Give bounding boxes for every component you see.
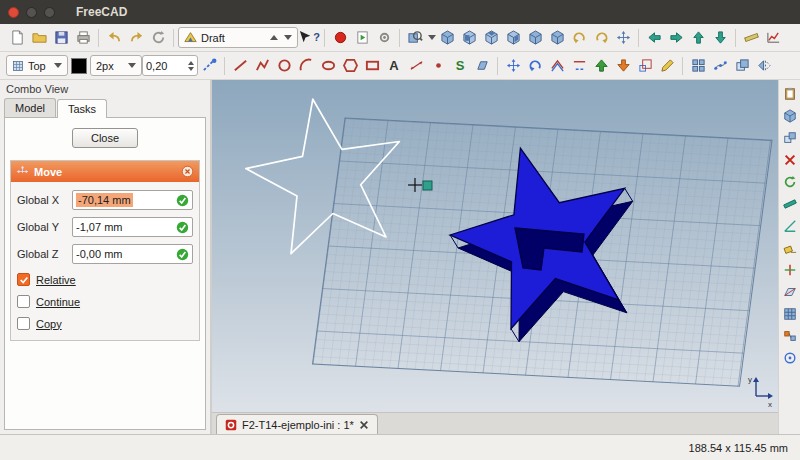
tab-tasks[interactable]: Tasks — [57, 99, 107, 118]
macro-edit-button[interactable] — [373, 27, 395, 49]
rotate-right-button[interactable] — [590, 27, 612, 49]
measure-angle-button[interactable] — [780, 216, 799, 235]
draft-shapestring-button[interactable]: S — [449, 55, 471, 77]
undo-button[interactable] — [103, 27, 125, 49]
pan-view-button[interactable] — [612, 27, 634, 49]
global-y-input[interactable]: -1,07 mm — [72, 217, 193, 237]
front-cube-icon — [462, 30, 477, 45]
redo-icon — [129, 30, 144, 45]
draft-upgrade-button[interactable] — [590, 55, 612, 77]
line-width-selector[interactable]: 2px — [90, 55, 142, 76]
redo-button[interactable] — [125, 27, 147, 49]
texture-button[interactable] — [780, 304, 799, 323]
clear-measurement-button[interactable] — [780, 238, 799, 257]
continue-checkbox-row[interactable]: Continue — [17, 295, 193, 308]
draft-line-button[interactable] — [229, 55, 251, 77]
draft-polygon-button[interactable] — [339, 55, 361, 77]
task-close-button[interactable]: Close — [72, 128, 138, 148]
toggle-axis-cross-button[interactable] — [780, 260, 799, 279]
view-right-button[interactable] — [502, 27, 524, 49]
save-button[interactable] — [50, 27, 72, 49]
window-minimize-button[interactable] — [26, 7, 37, 18]
draft-patharray-button[interactable] — [709, 55, 731, 77]
dock-right-button[interactable] — [665, 27, 687, 49]
statusbar: 188.54 x 115.45 mm — [0, 434, 800, 460]
dock-down-button[interactable] — [709, 27, 731, 49]
document-tab-close-icon[interactable] — [359, 420, 369, 430]
text-size-spinner[interactable]: 0,20 — [142, 55, 198, 76]
dock-left-button[interactable] — [643, 27, 665, 49]
draft-move-button[interactable] — [502, 55, 524, 77]
tab-model[interactable]: Model — [4, 98, 56, 117]
draft-dimension-button[interactable] — [405, 55, 427, 77]
alignment-button[interactable] — [780, 326, 799, 345]
draft-downgrade-button[interactable] — [612, 55, 634, 77]
spinner-arrows[interactable] — [186, 61, 194, 71]
relative-checkbox[interactable] — [17, 273, 30, 286]
measure-distance-button[interactable] — [780, 194, 799, 213]
view-bottom-button[interactable] — [546, 27, 568, 49]
working-plane-selector[interactable]: Top — [6, 55, 68, 76]
clipping-plane-button[interactable] — [780, 282, 799, 301]
draft-offset-button[interactable] — [546, 55, 568, 77]
view-front-button[interactable] — [458, 27, 480, 49]
view-axonometric-button[interactable] — [436, 27, 458, 49]
draft-trimex-button[interactable] — [568, 55, 590, 77]
plane-grid-icon — [12, 60, 24, 72]
measure-button[interactable] — [740, 27, 762, 49]
relative-checkbox-row[interactable]: Relative — [17, 273, 193, 286]
draft-rotate-button[interactable] — [524, 55, 546, 77]
draft-rectangle-button[interactable] — [361, 55, 383, 77]
delete-button[interactable] — [780, 150, 799, 169]
copy-checkbox-row[interactable]: Copy — [17, 317, 193, 330]
window-maximize-button[interactable] — [44, 7, 55, 18]
draft-ellipse-button[interactable] — [317, 55, 339, 77]
draft-edit-button[interactable] — [656, 55, 678, 77]
draft-arc-button[interactable] — [295, 55, 317, 77]
view-top-button[interactable] — [480, 27, 502, 49]
line-width-caret-icon — [128, 63, 136, 68]
draft-point-button[interactable] — [427, 55, 449, 77]
document-tab[interactable]: F2-T14-ejemplo-ini : 1* — [216, 414, 378, 434]
tasks-panel: Close Move Global X -70,14 mm — [4, 117, 206, 430]
copy-checkbox[interactable] — [17, 317, 30, 330]
draft-clone-button[interactable] — [731, 55, 753, 77]
whats-this-button[interactable]: ? — [298, 27, 320, 49]
print-button[interactable] — [72, 27, 94, 49]
draft-facebinder-button[interactable] — [471, 55, 493, 77]
window-close-button[interactable] — [8, 7, 19, 18]
scene-inspector-button[interactable] — [762, 27, 784, 49]
global-z-input[interactable]: -0,00 mm — [72, 244, 193, 264]
view-rear-button[interactable] — [524, 27, 546, 49]
draft-circle-button[interactable] — [273, 55, 295, 77]
draft-polyline-button[interactable] — [251, 55, 273, 77]
macro-record-button[interactable] — [329, 27, 351, 49]
draft-scale-button[interactable] — [634, 55, 656, 77]
move-task-close-icon[interactable] — [181, 165, 194, 178]
draft-mirror-button[interactable] — [753, 55, 775, 77]
construction-mode-button[interactable] — [198, 55, 220, 77]
refresh-view-button[interactable] — [780, 172, 799, 191]
arrow-right-icon — [669, 30, 684, 45]
fit-options-caret[interactable] — [428, 35, 436, 40]
continue-checkbox[interactable] — [17, 295, 30, 308]
global-x-input[interactable]: -70,14 mm — [72, 190, 193, 210]
open-file-button[interactable] — [28, 27, 50, 49]
workbench-selector[interactable]: Draft — [178, 27, 298, 48]
part-box-button[interactable] — [780, 106, 799, 125]
print-icon — [76, 30, 91, 45]
line-color-button[interactable] — [68, 55, 90, 77]
draft-array-button[interactable] — [687, 55, 709, 77]
fit-all-button[interactable] — [404, 27, 426, 49]
3d-viewport[interactable]: y x — [212, 80, 778, 412]
placement-button[interactable] — [780, 348, 799, 367]
dock-up-button[interactable] — [687, 27, 709, 49]
separator — [682, 57, 683, 75]
refresh-button[interactable] — [147, 27, 169, 49]
macro-execute-button[interactable] — [351, 27, 373, 49]
paste-button[interactable] — [780, 84, 799, 103]
new-file-button[interactable] — [6, 27, 28, 49]
rotate-left-button[interactable] — [568, 27, 590, 49]
draft-text-button[interactable]: A — [383, 55, 405, 77]
part-group-button[interactable] — [780, 128, 799, 147]
